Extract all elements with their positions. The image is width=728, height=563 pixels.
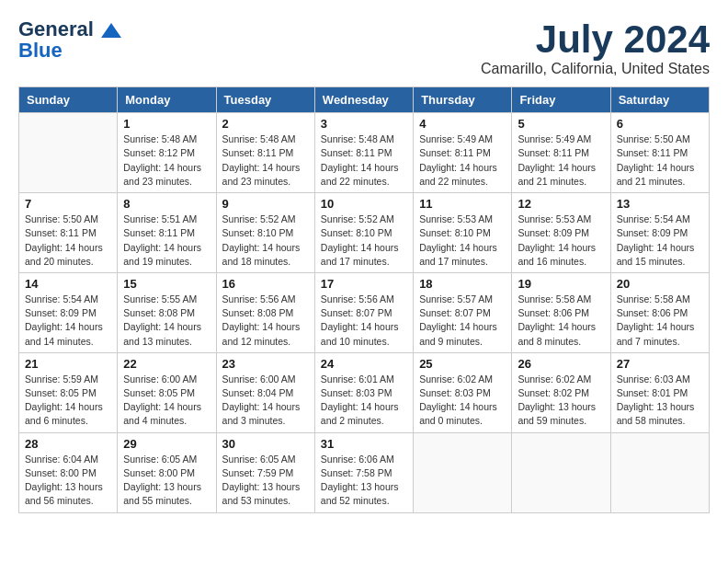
day-info: Sunrise: 6:05 AMSunset: 8:00 PMDaylight:… — [123, 453, 210, 509]
day-info: Sunrise: 5:50 AMSunset: 8:11 PMDaylight:… — [617, 132, 703, 189]
day-number: 22 — [123, 357, 210, 371]
logo-icon — [101, 23, 121, 38]
day-number: 3 — [321, 117, 407, 131]
calendar-cell: 13Sunrise: 5:54 AMSunset: 8:09 PMDayligh… — [610, 193, 709, 273]
calendar-cell: 15Sunrise: 5:55 AMSunset: 8:08 PMDayligh… — [118, 272, 216, 352]
calendar-cell: 12Sunrise: 5:53 AMSunset: 8:09 PMDayligh… — [512, 193, 610, 273]
col-header-thursday: Thursday — [414, 87, 512, 113]
calendar-cell: 2Sunrise: 5:48 AMSunset: 8:11 PMDaylight… — [216, 113, 314, 193]
day-number: 27 — [617, 357, 703, 371]
svg-marker-0 — [101, 23, 121, 38]
day-number: 15 — [123, 277, 210, 291]
day-info: Sunrise: 5:50 AMSunset: 8:11 PMDaylight:… — [25, 213, 111, 269]
day-number: 17 — [321, 277, 407, 291]
day-number: 8 — [123, 197, 210, 211]
day-info: Sunrise: 5:48 AMSunset: 8:11 PMDaylight:… — [321, 132, 407, 189]
day-number: 30 — [222, 437, 309, 451]
calendar-cell: 8Sunrise: 5:51 AMSunset: 8:11 PMDaylight… — [118, 193, 216, 273]
day-info: Sunrise: 5:56 AMSunset: 8:07 PMDaylight:… — [321, 293, 407, 349]
week-row-4: 21Sunrise: 5:59 AMSunset: 8:05 PMDayligh… — [19, 352, 710, 432]
calendar-cell: 19Sunrise: 5:58 AMSunset: 8:06 PMDayligh… — [512, 272, 610, 352]
day-info: Sunrise: 6:00 AMSunset: 8:05 PMDaylight:… — [123, 373, 210, 429]
day-number: 21 — [25, 357, 111, 371]
calendar-cell: 14Sunrise: 5:54 AMSunset: 8:09 PMDayligh… — [19, 272, 118, 352]
calendar-cell: 27Sunrise: 6:03 AMSunset: 8:01 PMDayligh… — [610, 352, 709, 432]
calendar-cell: 28Sunrise: 6:04 AMSunset: 8:00 PMDayligh… — [19, 432, 118, 512]
week-row-3: 14Sunrise: 5:54 AMSunset: 8:09 PMDayligh… — [19, 272, 710, 352]
calendar-cell: 22Sunrise: 6:00 AMSunset: 8:05 PMDayligh… — [118, 352, 216, 432]
day-number: 2 — [222, 117, 309, 131]
subtitle: Camarillo, California, United States — [481, 61, 710, 77]
calendar-cell: 17Sunrise: 5:56 AMSunset: 8:07 PMDayligh… — [314, 272, 413, 352]
day-number: 16 — [222, 277, 309, 291]
day-number: 29 — [123, 437, 210, 451]
title-block: July 2024 Camarillo, California, United … — [481, 18, 710, 77]
day-number: 23 — [222, 357, 309, 371]
week-row-5: 28Sunrise: 6:04 AMSunset: 8:00 PMDayligh… — [19, 432, 710, 512]
day-number: 20 — [617, 277, 703, 291]
day-number: 28 — [25, 437, 111, 451]
day-number: 19 — [518, 277, 604, 291]
day-info: Sunrise: 5:55 AMSunset: 8:08 PMDaylight:… — [123, 293, 210, 349]
calendar-cell — [19, 113, 118, 193]
day-number: 6 — [617, 117, 703, 131]
calendar-cell: 11Sunrise: 5:53 AMSunset: 8:10 PMDayligh… — [414, 193, 512, 273]
day-info: Sunrise: 5:52 AMSunset: 8:10 PMDaylight:… — [222, 213, 309, 269]
calendar-cell: 18Sunrise: 5:57 AMSunset: 8:07 PMDayligh… — [414, 272, 512, 352]
day-info: Sunrise: 5:54 AMSunset: 8:09 PMDaylight:… — [617, 213, 703, 269]
day-info: Sunrise: 6:01 AMSunset: 8:03 PMDaylight:… — [321, 373, 407, 429]
col-header-saturday: Saturday — [610, 87, 709, 113]
day-info: Sunrise: 5:53 AMSunset: 8:09 PMDaylight:… — [518, 213, 604, 269]
calendar-cell: 21Sunrise: 5:59 AMSunset: 8:05 PMDayligh… — [19, 352, 118, 432]
day-number: 24 — [321, 357, 407, 371]
calendar-cell — [512, 432, 610, 512]
week-row-2: 7Sunrise: 5:50 AMSunset: 8:11 PMDaylight… — [19, 193, 710, 273]
day-info: Sunrise: 6:00 AMSunset: 8:04 PMDaylight:… — [222, 373, 309, 429]
day-info: Sunrise: 5:49 AMSunset: 8:11 PMDaylight:… — [518, 132, 604, 189]
col-header-sunday: Sunday — [19, 87, 118, 113]
calendar-cell: 25Sunrise: 6:02 AMSunset: 8:03 PMDayligh… — [414, 352, 512, 432]
day-info: Sunrise: 6:03 AMSunset: 8:01 PMDaylight:… — [617, 373, 703, 429]
calendar: SundayMondayTuesdayWednesdayThursdayFrid… — [18, 86, 710, 512]
day-info: Sunrise: 6:06 AMSunset: 7:58 PMDaylight:… — [321, 453, 407, 509]
col-header-tuesday: Tuesday — [216, 87, 314, 113]
day-number: 14 — [25, 277, 111, 291]
day-number: 31 — [321, 437, 407, 451]
calendar-cell: 5Sunrise: 5:49 AMSunset: 8:11 PMDaylight… — [512, 113, 610, 193]
calendar-cell: 16Sunrise: 5:56 AMSunset: 8:08 PMDayligh… — [216, 272, 314, 352]
main-title: July 2024 — [481, 18, 710, 61]
day-number: 13 — [617, 197, 703, 211]
day-number: 10 — [321, 197, 407, 211]
day-number: 18 — [419, 277, 506, 291]
day-info: Sunrise: 5:48 AMSunset: 8:12 PMDaylight:… — [123, 132, 210, 189]
day-info: Sunrise: 6:02 AMSunset: 8:02 PMDaylight:… — [518, 373, 604, 429]
day-number: 26 — [518, 357, 604, 371]
calendar-cell: 30Sunrise: 6:05 AMSunset: 7:59 PMDayligh… — [216, 432, 314, 512]
col-header-wednesday: Wednesday — [314, 87, 413, 113]
day-info: Sunrise: 5:57 AMSunset: 8:07 PMDaylight:… — [419, 293, 506, 349]
day-info: Sunrise: 5:58 AMSunset: 8:06 PMDaylight:… — [518, 293, 604, 349]
day-info: Sunrise: 5:56 AMSunset: 8:08 PMDaylight:… — [222, 293, 309, 349]
day-info: Sunrise: 6:04 AMSunset: 8:00 PMDaylight:… — [25, 453, 111, 509]
day-number: 4 — [419, 117, 506, 131]
calendar-cell: 4Sunrise: 5:49 AMSunset: 8:11 PMDaylight… — [414, 113, 512, 193]
calendar-cell: 9Sunrise: 5:52 AMSunset: 8:10 PMDaylight… — [216, 193, 314, 273]
day-info: Sunrise: 5:58 AMSunset: 8:06 PMDaylight:… — [617, 293, 703, 349]
calendar-cell: 31Sunrise: 6:06 AMSunset: 7:58 PMDayligh… — [314, 432, 413, 512]
logo: General Blue — [18, 18, 121, 63]
day-info: Sunrise: 5:49 AMSunset: 8:11 PMDaylight:… — [419, 132, 506, 189]
calendar-cell: 6Sunrise: 5:50 AMSunset: 8:11 PMDaylight… — [610, 113, 709, 193]
day-info: Sunrise: 6:05 AMSunset: 7:59 PMDaylight:… — [222, 453, 309, 509]
day-info: Sunrise: 5:59 AMSunset: 8:05 PMDaylight:… — [25, 373, 111, 429]
col-header-monday: Monday — [118, 87, 216, 113]
day-number: 9 — [222, 197, 309, 211]
calendar-cell — [610, 432, 709, 512]
calendar-header-row: SundayMondayTuesdayWednesdayThursdayFrid… — [19, 87, 710, 113]
calendar-cell — [414, 432, 512, 512]
day-number: 7 — [25, 197, 111, 211]
day-info: Sunrise: 5:52 AMSunset: 8:10 PMDaylight:… — [321, 213, 407, 269]
day-info: Sunrise: 5:48 AMSunset: 8:11 PMDaylight:… — [222, 132, 309, 189]
calendar-cell: 20Sunrise: 5:58 AMSunset: 8:06 PMDayligh… — [610, 272, 709, 352]
calendar-cell: 10Sunrise: 5:52 AMSunset: 8:10 PMDayligh… — [314, 193, 413, 273]
day-info: Sunrise: 5:54 AMSunset: 8:09 PMDaylight:… — [25, 293, 111, 349]
